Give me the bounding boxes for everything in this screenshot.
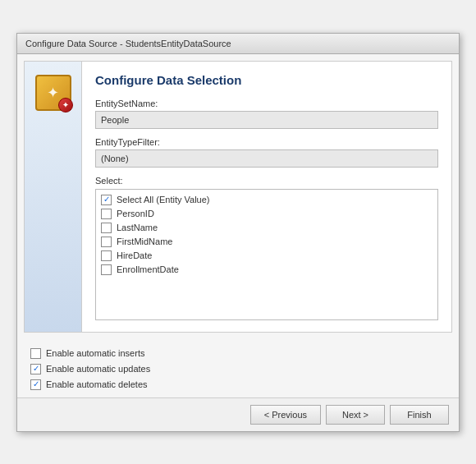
select-list-item[interactable]: PersonID (96, 207, 437, 221)
auto-option-label: Enable automatic updates (46, 364, 150, 374)
select-list-item[interactable]: Select All (Entity Value) (96, 193, 437, 207)
entity-type-filter-label: EntityTypeFilter: (95, 137, 438, 147)
select-checkbox[interactable] (101, 250, 112, 261)
select-label: Select: (95, 176, 438, 186)
section-title: Configure Data Selection (95, 73, 438, 87)
select-list-item[interactable]: LastName (96, 221, 437, 235)
select-item-label: FirstMidName (117, 237, 172, 246)
auto-option-item[interactable]: Enable automatic deletes (30, 377, 446, 393)
entity-set-name-value: People (95, 111, 438, 129)
entity-type-filter-value: (None) (95, 149, 438, 168)
entity-type-filter-group: EntityTypeFilter: (None) (95, 137, 438, 168)
right-panel: Configure Data Selection EntitySetName: … (82, 62, 451, 332)
footer: < Previous Next > Finish (17, 397, 459, 431)
dialog-body: ✦ Configure Data Selection EntitySetName… (24, 61, 452, 333)
auto-option-item[interactable]: Enable automatic updates (30, 361, 446, 377)
auto-option-label: Enable automatic inserts (46, 348, 144, 358)
select-item-label: LastName (117, 223, 158, 232)
select-checkbox[interactable] (101, 237, 112, 247)
entity-set-name-group: EntitySetName: People (95, 99, 438, 129)
select-item-label: HireDate (117, 250, 152, 260)
select-list-item[interactable]: EnrollmentDate (96, 263, 437, 277)
select-item-label: Select All (Entity Value) (117, 195, 210, 204)
auto-option-checkbox[interactable] (30, 364, 41, 374)
select-checkbox[interactable] (101, 223, 112, 233)
left-panel: ✦ (25, 62, 82, 332)
window-title: Configure Data Source - StudentsEntityDa… (25, 39, 231, 48)
auto-option-checkbox[interactable] (30, 379, 41, 390)
previous-button[interactable]: < Previous (250, 405, 321, 425)
select-checkbox[interactable] (101, 209, 112, 219)
select-checkbox[interactable] (101, 195, 112, 205)
next-button[interactable]: Next > (326, 405, 385, 425)
bottom-section: Enable automatic insertsEnable automatic… (17, 339, 459, 397)
finish-button[interactable]: Finish (390, 405, 449, 425)
select-list-item[interactable]: FirstMidName (96, 235, 437, 249)
select-list-item[interactable]: HireDate (96, 249, 437, 263)
select-list: Select All (Entity Value)PersonIDLastNam… (95, 189, 438, 320)
auto-option-label: Enable automatic deletes (46, 379, 148, 389)
auto-option-checkbox[interactable] (30, 348, 41, 359)
dialog-window: Configure Data Source - StudentsEntityDa… (16, 33, 460, 432)
select-checkbox[interactable] (101, 264, 112, 275)
select-item-label: EnrollmentDate (117, 264, 179, 274)
icon-badge: ✦ (58, 98, 73, 113)
select-item-label: PersonID (117, 209, 154, 218)
entity-set-name-label: EntitySetName: (95, 99, 438, 108)
title-bar: Configure Data Source - StudentsEntityDa… (17, 34, 459, 54)
datasource-icon: ✦ (35, 75, 71, 111)
auto-option-item[interactable]: Enable automatic inserts (30, 346, 446, 361)
select-section: Select: Select All (Entity Value)PersonI… (95, 176, 438, 320)
